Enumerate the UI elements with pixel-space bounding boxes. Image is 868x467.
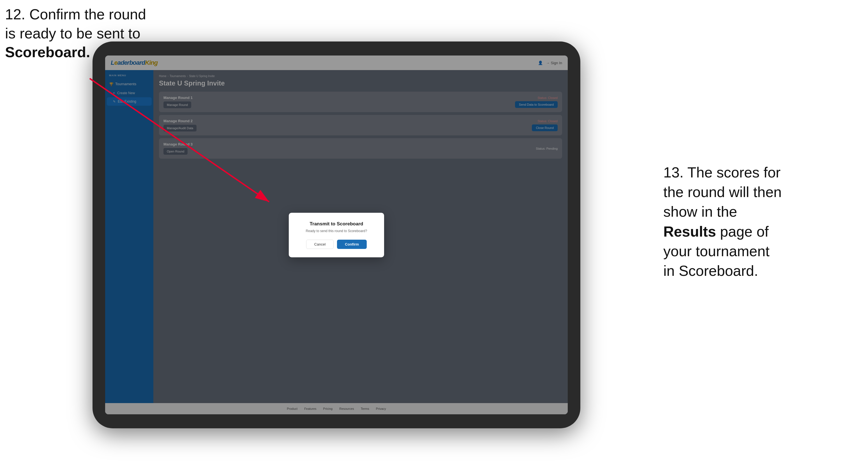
modal-subtitle: Ready to send this round to Scoreboard? <box>298 229 375 233</box>
modal-cancel-button[interactable]: Cancel <box>306 240 334 249</box>
tablet-screen: LeaderboardKing 👤 → Sign In MAIN MENU <box>105 56 568 414</box>
modal-title: Transmit to Scoreboard <box>298 221 375 227</box>
content-area: Home › Tournaments › State U Spring Invi… <box>153 70 568 403</box>
annotation-top: 12. Confirm the round is ready to be sen… <box>5 5 146 62</box>
app-container: LeaderboardKing 👤 → Sign In MAIN MENU <box>105 56 568 414</box>
tablet-frame: LeaderboardKing 👤 → Sign In MAIN MENU <box>93 41 580 428</box>
annotation-bottom: 13. The scores for the round will then s… <box>663 163 860 281</box>
modal-buttons: Cancel Confirm <box>298 240 375 249</box>
modal-box: Transmit to Scoreboard Ready to send thi… <box>289 213 384 257</box>
main-layout: MAIN MENU 🏆 Tournaments + Create New ✎ E… <box>105 70 568 403</box>
modal-confirm-button[interactable]: Confirm <box>337 240 367 249</box>
modal-overlay: Transmit to Scoreboard Ready to send thi… <box>153 70 568 403</box>
